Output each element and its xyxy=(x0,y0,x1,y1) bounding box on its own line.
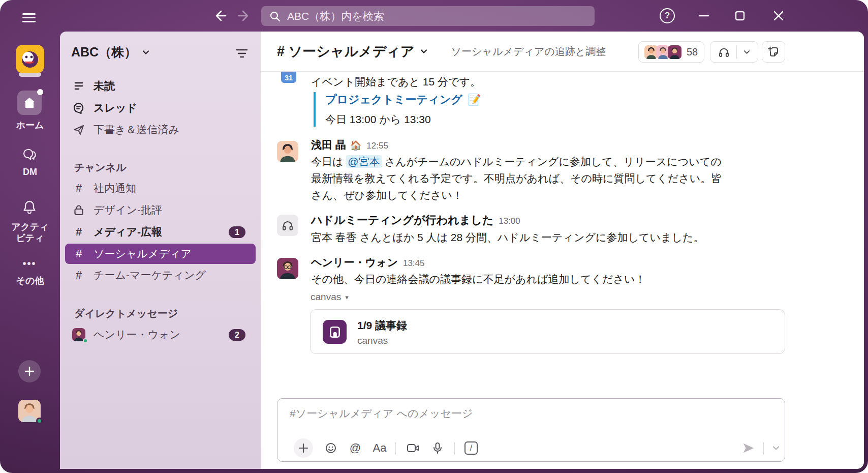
rail-activity-button[interactable] xyxy=(17,195,42,220)
dm-section-header[interactable]: ダイレクトメッセージ xyxy=(74,307,178,320)
threads-icon xyxy=(72,102,85,114)
canvas-file-icon xyxy=(323,320,347,344)
sidebar-channel-3[interactable]: # ソーシャルメディア xyxy=(65,244,256,264)
attachment-label: canvas xyxy=(311,291,341,303)
sidebar: ABC（株） 未読 スレッド 下書き＆送信済み xyxy=(60,32,261,469)
huddle-chevron-icon[interactable] xyxy=(743,48,751,56)
henry-avatar[interactable] xyxy=(277,258,298,279)
hash-icon: # xyxy=(72,225,85,239)
message-list: 31 イベント開始まであと 15 分です。 プロジェクトミーティング 📝 今日 … xyxy=(261,32,864,398)
lock-icon xyxy=(72,204,85,216)
rail-dm-label: DM xyxy=(0,167,60,178)
ellipsis-icon: ••• xyxy=(22,258,36,270)
workspace-switcher[interactable] xyxy=(16,45,44,73)
channel-name-button[interactable]: # ソーシャルメディア xyxy=(277,42,428,61)
user-avatar-button[interactable] xyxy=(18,400,41,422)
send-options-button[interactable] xyxy=(766,438,786,458)
user-mention[interactable]: @宮本 xyxy=(346,155,381,168)
main-panel: 31 イベント開始まであと 15 分です。 プロジェクトミーティング 📝 今日 … xyxy=(261,32,864,469)
format-button[interactable]: Aa xyxy=(370,438,389,458)
timestamp[interactable]: 13:45 xyxy=(403,258,425,269)
channel-topic[interactable]: ソーシャルメディアの追跡と調整 xyxy=(451,45,606,58)
minimize-button[interactable] xyxy=(696,8,711,23)
unreads-icon xyxy=(72,81,85,91)
chevron-down-icon xyxy=(142,48,150,56)
hash-icon: # xyxy=(72,269,85,282)
timestamp[interactable]: 13:00 xyxy=(499,216,520,226)
huddle-button[interactable] xyxy=(710,41,758,63)
slack-window: ABC（株）内を検索 ? xyxy=(0,0,868,473)
sidebar-filter-button[interactable] xyxy=(233,46,251,61)
sidebar-item-drafts[interactable]: 下書き＆送信済み xyxy=(65,120,256,140)
hash-icon: # xyxy=(72,182,85,195)
memo-emoji: 📝 xyxy=(468,94,481,105)
new-canvas-button[interactable] xyxy=(762,41,785,63)
rail-dm-button[interactable] xyxy=(17,142,42,167)
channel-name: # ソーシャルメディア xyxy=(277,42,415,61)
huddle-title: ハドルミーティングが行われました xyxy=(311,213,493,228)
question-icon: ? xyxy=(665,11,670,21)
collapse-caret-icon: ▾ xyxy=(345,293,349,301)
sidebar-dm-0[interactable]: ヘンリー・ウォン 2 xyxy=(65,324,256,345)
history-back-button[interactable] xyxy=(212,9,227,23)
workspace-menu-button[interactable]: ABC（株） xyxy=(71,44,150,61)
mention-button[interactable]: @ xyxy=(346,438,365,458)
sidebar-item-label: 未読 xyxy=(94,79,115,93)
channel-label: デザイン-批評 xyxy=(94,203,162,217)
sidebar-channel-4[interactable]: # チーム-マーケティング xyxy=(65,265,256,285)
sender-name[interactable]: ヘンリー・ウォン xyxy=(311,255,398,270)
rail-add-button[interactable] xyxy=(18,360,41,382)
canvas-attachment-card[interactable]: 1/9 議事録 canvas xyxy=(310,309,785,354)
unread-badge: 2 xyxy=(229,329,245,341)
attachment-toggle[interactable]: canvas ▾ xyxy=(311,291,349,303)
search-input[interactable]: ABC（株）内を検索 xyxy=(261,6,595,26)
chevron-down-icon xyxy=(772,444,780,452)
sidebar-channel-1[interactable]: デザイン-批評 xyxy=(65,200,256,220)
history-forward-button[interactable] xyxy=(237,9,252,23)
rail-more-button[interactable]: ••• xyxy=(17,251,42,276)
sidebar-item-label: 下書き＆送信済み xyxy=(94,123,179,137)
canvas-subtitle: canvas xyxy=(357,335,388,346)
video-clip-button[interactable] xyxy=(404,438,423,458)
send-button[interactable] xyxy=(739,438,758,458)
sender-name[interactable]: 浅田 晶 xyxy=(311,138,346,152)
send-divider xyxy=(763,442,764,455)
maximize-button[interactable] xyxy=(732,8,748,23)
members-button[interactable]: 58 xyxy=(638,41,704,63)
asada-avatar[interactable] xyxy=(277,141,298,162)
hash-icon: # xyxy=(72,247,85,260)
plus-icon xyxy=(24,366,35,377)
rail-activity-label-1: アクティ xyxy=(0,221,60,233)
sidebar-channel-2[interactable]: # メディア-広報 1 xyxy=(65,222,256,242)
channels-section-header[interactable]: チャンネル xyxy=(74,161,126,174)
event-link[interactable]: プロジェクトミーティング xyxy=(325,93,462,106)
mic-icon xyxy=(432,442,443,454)
emoji-button[interactable] xyxy=(321,438,340,458)
shortcuts-button[interactable]: / xyxy=(461,438,481,458)
help-button[interactable]: ? xyxy=(660,8,675,23)
menu-icon[interactable] xyxy=(22,11,36,25)
headphones-icon xyxy=(718,46,730,58)
close-button[interactable] xyxy=(771,8,786,23)
message-composer[interactable]: #ソーシャルメディア へのメッセージ @ Aa / xyxy=(277,398,785,462)
pill-divider xyxy=(736,45,737,58)
video-icon xyxy=(407,442,420,454)
canvas-title[interactable]: 1/9 議事録 xyxy=(357,318,407,333)
rail-home-button[interactable] xyxy=(17,91,42,115)
chevron-down-icon xyxy=(420,47,428,55)
sidebar-item-threads[interactable]: スレッド xyxy=(65,98,256,118)
huddle-icon-box xyxy=(277,215,298,236)
status-emoji: 🏠 xyxy=(350,140,361,151)
audio-clip-button[interactable] xyxy=(428,438,447,458)
timestamp[interactable]: 12:55 xyxy=(366,141,388,151)
huddle-text: 宮本 春香 さんとほか 5 人は 28 分間、ハドルミーティングに参加していまし… xyxy=(311,229,768,246)
message-text: 今日は @宮本 さんがチームのハドルミーティングに参加して、リリースについての最… xyxy=(311,153,724,203)
member-avatar-3 xyxy=(668,45,681,59)
presence-dot xyxy=(83,338,88,343)
sidebar-item-unreads[interactable]: 未読 xyxy=(65,76,256,96)
attach-button[interactable] xyxy=(294,438,313,458)
sidebar-channel-0[interactable]: # 社内通知 xyxy=(65,178,256,198)
message-input[interactable]: #ソーシャルメディア へのメッセージ xyxy=(290,406,473,421)
left-rail: ホーム DM アクティ ビティ ••• その他 xyxy=(0,32,60,473)
dm-avatar xyxy=(72,328,85,341)
